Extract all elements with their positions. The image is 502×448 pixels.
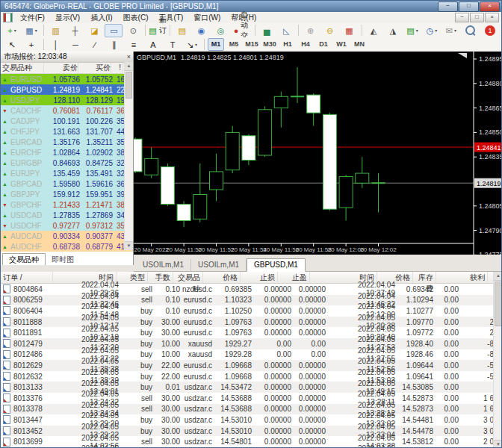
market-watch-row[interactable]: ▲USDCAD1.278351.2786934 [1,210,133,220]
orders-column-header-4[interactable]: 交易品种 [173,272,203,283]
market-watch-close-icon[interactable]: × [127,52,131,61]
horizontal-line-button[interactable]: ─ [66,38,84,52]
menu-item-1[interactable]: 显示(V) [50,13,85,23]
column-header-symbol[interactable]: 交易品种 [1,63,44,73]
accounts-button[interactable]: ◉ [193,24,211,37]
chart-window-button[interactable]: ▭ [105,24,123,37]
scroll-up-icon[interactable]: ▲ [125,62,133,71]
timeframe-m15-button[interactable]: M15 [244,38,260,51]
market-watch-header[interactable]: 市场报价: 12:03:48 × [1,52,133,63]
crosshair-tool-button[interactable]: + [22,38,40,52]
market-watch-row[interactable]: ▲AUDCHF0.687380.6877941 [1,241,133,252]
timeframe-mn-button[interactable]: MN [351,38,368,51]
price-chart-canvas[interactable]: 1.248951.248801.248651.248501.248351.248… [134,52,502,255]
period-button[interactable]: ◷▾ [423,24,441,37]
timeframe-d1-button[interactable]: D1 [315,38,332,51]
print-preview-button[interactable]: ⊙ [124,24,142,37]
timeframe-w1-button[interactable]: W1 [333,38,350,51]
market-watch-row[interactable]: ▲EURCAD1.351761.3521135 [1,137,133,147]
orders-column-header-2[interactable]: 类型 [117,272,148,283]
orders-column-header-11[interactable]: 获利 [436,272,488,283]
timeframe-m30-button[interactable]: M30 [261,38,278,51]
arrange-down-button[interactable]: ◮ [384,24,402,37]
menu-item-5[interactable]: 窗口(W) [188,13,226,23]
column-header-spread[interactable]: ! [111,63,123,73]
menu-item-3[interactable]: 图表(C) [118,13,154,23]
objects-button[interactable]: ◺ [277,24,295,37]
quotes-button[interactable]: ▤ [173,24,191,37]
crosshair-button[interactable]: ┼ [66,24,84,37]
arrange-up-button[interactable]: ◭ [365,24,382,37]
market-watch-row[interactable]: ▼CADCHF0.760810.7611736 [1,105,133,116]
chart-tab-1[interactable]: USOILm,M1 [191,259,247,271]
column-header-bid[interactable]: 卖价 [44,63,78,73]
market-watch-row[interactable]: ▲GBPCAD1.595801.5961636 [1,178,133,189]
zoom-in-button[interactable]: ⊕ [302,24,320,37]
vertical-line-button[interactable]: │ [47,38,65,52]
column-header-ask[interactable]: 买价 [78,63,111,73]
orders-column-header-7[interactable]: 止盈 [278,272,310,283]
fibonacci-button[interactable]: ≡ [125,38,143,52]
timeframe-m5-button[interactable]: M5 [226,38,242,51]
cursor-button[interactable]: ↖ [3,38,21,52]
child-restore-button[interactable]: □ [470,13,484,22]
orders-column-header-10[interactable]: 库存费 [413,272,436,283]
child-minimize-button[interactable]: − [455,13,469,22]
close-button[interactable]: × [480,1,500,12]
timeframe-h4-button[interactable]: H4 [297,38,314,51]
scroll-up-icon[interactable]: ▲ [494,272,502,281]
scrollbar-thumb[interactable] [126,72,132,99]
add-object-button[interactable]: ▤▾ [403,24,421,37]
chart-tab-2[interactable]: GBPUSD,M1 [247,258,306,272]
chart-area[interactable]: GBPUSD,M11.24819 1.24825 1.24801 1.24819… [134,52,502,255]
arrows-button[interactable]: ↘▾ [183,38,201,52]
search-button[interactable] [462,24,480,37]
community-button[interactable]: ◎ [212,24,230,37]
indicators-button[interactable]: ▅ [258,24,276,37]
market-watch-row[interactable]: ▲EURGBP0.846930.8472532 [1,158,133,168]
child-close-button[interactable]: × [485,13,499,22]
trendline-button[interactable]: ∕ [86,38,104,52]
notifications-button[interactable]: 1 [481,24,499,37]
alerts-button[interactable]: ✉▾ [442,24,460,37]
market-watch-tab-0[interactable]: 交易品种 [2,253,46,265]
timeframe-m1-button[interactable]: M1 [208,38,224,51]
market-watch-row[interactable]: ▲AUDCAD0.903340.9037743 [1,231,133,241]
market-watch-row[interactable]: ▲GBPUSD1.248191.2484122 [1,84,133,95]
market-watch-row[interactable]: ▼GBPCHF1.214331.2147138 [1,199,133,210]
templates-button[interactable]: ◪ [85,24,103,37]
scroll-down-icon[interactable]: ▼ [494,440,502,448]
market-watch-row[interactable]: ▲USDJPY128.110128.12919 [1,95,133,105]
scrollbar-thumb[interactable] [495,281,502,326]
autotrading-button[interactable]: ●自动交易 [232,24,252,37]
orders-column-header-5[interactable]: 价格 [203,272,241,283]
orders-column-header-0[interactable]: 订单 / [1,272,53,283]
scroll-down-icon[interactable]: ▼ [125,241,133,250]
maximize-button[interactable]: □ [459,1,479,12]
timeframe-h1-button[interactable]: H1 [279,38,296,51]
channel-button[interactable]: ∥ [105,38,123,52]
text-label-button[interactable]: T [164,38,182,52]
tile-windows-button[interactable]: ▦ [341,24,359,37]
terminal-scrollbar[interactable]: ▲ ▼ [493,272,502,448]
market-watch-row[interactable]: ▲EURCHF1.028641.0290238 [1,147,133,158]
market-watch-row[interactable]: ▲EURUSD1.057361.0575216 [1,74,133,84]
market-watch-row[interactable]: ▼USDCHF0.972770.9731235 [1,220,133,231]
orders-column-header-6[interactable]: 止损 [241,272,278,283]
market-watch-tab-1[interactable]: 即时图 [46,254,80,265]
market-watch-row[interactable]: ▲EURJPY135.459135.49132 [1,168,133,178]
new-order-button[interactable]: ▤新订单 [149,24,167,37]
orders-column-header-3[interactable]: 手数 [148,272,173,283]
chart-tab-0[interactable]: USOILm,M1 [136,259,191,271]
market-watch-row[interactable]: ▲GBPJPY159.912159.95139 [1,189,133,199]
title-bar[interactable]: 645474: GlobePro-REAL - GLOBE PRO Limite… [1,1,501,12]
profiles-button[interactable]: ▦▾ [22,24,40,37]
minimize-button[interactable]: − [438,1,458,12]
menu-item-2[interactable]: 插入(I) [85,13,117,23]
text-button[interactable]: A [144,38,162,52]
zoom-out-button[interactable]: ⊖ [321,24,339,37]
market-watch-row[interactable]: ▲CADJPY100.191100.22635 [1,116,133,126]
menu-item-0[interactable]: 文件(F) [15,13,50,23]
new-chart-button[interactable]: +▾ [3,24,21,37]
market-watch-row[interactable]: ▲CHFJPY131.663131.70744 [1,126,133,137]
